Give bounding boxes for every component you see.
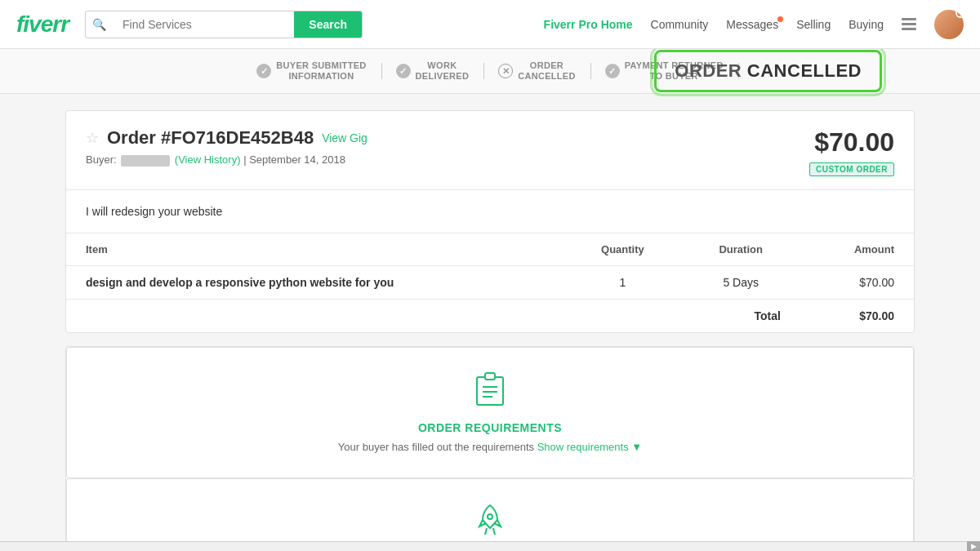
- step4-icon: ✓: [605, 64, 620, 78]
- step2-label: WORKDELIVERED: [416, 60, 470, 82]
- step-buyer-submitted: ✓ BUYER SUBMITTEDINFORMATION: [242, 60, 381, 82]
- nav-selling[interactable]: Selling: [796, 18, 831, 31]
- step-work-delivered: ✓ WORKDELIVERED: [381, 60, 484, 82]
- buyer-name-redacted: [121, 155, 170, 167]
- item-amount: $70.00: [800, 266, 914, 300]
- col-item: Item: [66, 233, 564, 266]
- avatar-notification-badge: [956, 10, 964, 18]
- view-gig-link[interactable]: View Gig: [322, 131, 368, 144]
- order-date: September 14, 2018: [249, 153, 345, 166]
- search-input[interactable]: [113, 11, 294, 38]
- show-requirements-link[interactable]: Show requirements ▼: [537, 441, 642, 453]
- clipboard-icon: [87, 372, 893, 413]
- horizontal-scrollbar[interactable]: [0, 541, 980, 551]
- cancelled-banner: ORDER CANCELLED: [654, 50, 882, 92]
- item-quantity: 1: [564, 266, 681, 300]
- nav-community[interactable]: Community: [651, 18, 709, 31]
- col-quantity: Quantity: [564, 233, 681, 266]
- table-row: design and develop a responsive python w…: [66, 266, 914, 300]
- messages-notification-dot: [777, 16, 783, 22]
- requirements-card: ORDER REQUIREMENTS Your buyer has filled…: [66, 347, 914, 478]
- scroll-right-arrow[interactable]: ▶: [967, 541, 980, 551]
- svg-point-5: [488, 514, 492, 519]
- svg-rect-1: [485, 373, 495, 380]
- order-started-card: ORDER STARTED The order countdown is now…: [66, 478, 914, 551]
- order-price: $70.00: [809, 127, 894, 158]
- step-order-cancelled: ✕ ORDERCANCELLED: [483, 60, 590, 82]
- step2-icon: ✓: [396, 64, 411, 78]
- order-table: Item Quantity Duration Amount design and…: [66, 233, 914, 332]
- order-title-row: ☆ Order #FO716DE452B48 View Gig: [86, 127, 368, 149]
- item-duration: 5 Days: [682, 266, 800, 300]
- order-card: ☆ Order #FO716DE452B48 View Gig Buyer: (…: [65, 110, 915, 333]
- cancelled-text: ORDER CANCELLED: [675, 60, 862, 81]
- status-bar: ✓ BUYER SUBMITTEDINFORMATION ✓ WORKDELIV…: [0, 49, 980, 94]
- order-header: ☆ Order #FO716DE452B48 View Gig Buyer: (…: [66, 111, 914, 190]
- cancelled-box: ORDER CANCELLED: [654, 50, 882, 92]
- star-icon[interactable]: ☆: [86, 129, 99, 147]
- search-bar: 🔍 Search: [85, 11, 363, 38]
- requirements-desc: Your buyer has filled out the requiremen…: [87, 441, 893, 453]
- header: fiverr 🔍 Search Fiverr Pro Home Communit…: [0, 0, 980, 49]
- order-title-area: ☆ Order #FO716DE452B48 View Gig Buyer: (…: [86, 127, 368, 167]
- nav-messages[interactable]: Messages: [726, 18, 778, 31]
- total-label: Total: [66, 300, 800, 333]
- step1-icon: ✓: [256, 64, 271, 78]
- step3-label: ORDERCANCELLED: [518, 60, 576, 82]
- order-description: I will redesign your website: [66, 190, 914, 233]
- col-amount: Amount: [800, 233, 914, 266]
- order-title: Order #FO716DE452B48: [107, 127, 314, 149]
- fiverr-logo: fiverr: [16, 11, 69, 38]
- step1-label: BUYER SUBMITTEDINFORMATION: [276, 60, 366, 82]
- stats-icon[interactable]: [902, 18, 916, 30]
- price-area: $70.00 CUSTOM ORDER: [809, 127, 894, 176]
- col-duration: Duration: [682, 233, 800, 266]
- total-amount: $70.00: [800, 300, 914, 333]
- item-name: design and develop a responsive python w…: [66, 266, 564, 300]
- search-button[interactable]: Search: [294, 11, 362, 38]
- nav-links: Fiverr Pro Home Community Messages Selli…: [544, 10, 964, 39]
- requirements-section: ORDER REQUIREMENTS Your buyer has filled…: [65, 346, 915, 551]
- custom-order-badge: CUSTOM ORDER: [809, 162, 894, 176]
- search-icon: 🔍: [86, 18, 113, 31]
- nav-pro-home[interactable]: Fiverr Pro Home: [544, 18, 633, 31]
- view-history-link[interactable]: (View History): [175, 153, 241, 166]
- rocket-icon: [87, 504, 893, 544]
- avatar[interactable]: [934, 10, 964, 39]
- order-meta: Buyer: (View History) | September 14, 20…: [86, 153, 368, 167]
- cancelled-bold: CANCELLED: [747, 60, 862, 81]
- requirements-title: ORDER REQUIREMENTS: [87, 421, 893, 434]
- step3-icon: ✕: [498, 64, 513, 78]
- nav-buying[interactable]: Buying: [849, 18, 884, 31]
- total-row: Total $70.00: [66, 300, 914, 333]
- buyer-label: Buyer:: [86, 153, 117, 166]
- main-content: ☆ Order #FO716DE452B48 View Gig Buyer: (…: [0, 94, 980, 551]
